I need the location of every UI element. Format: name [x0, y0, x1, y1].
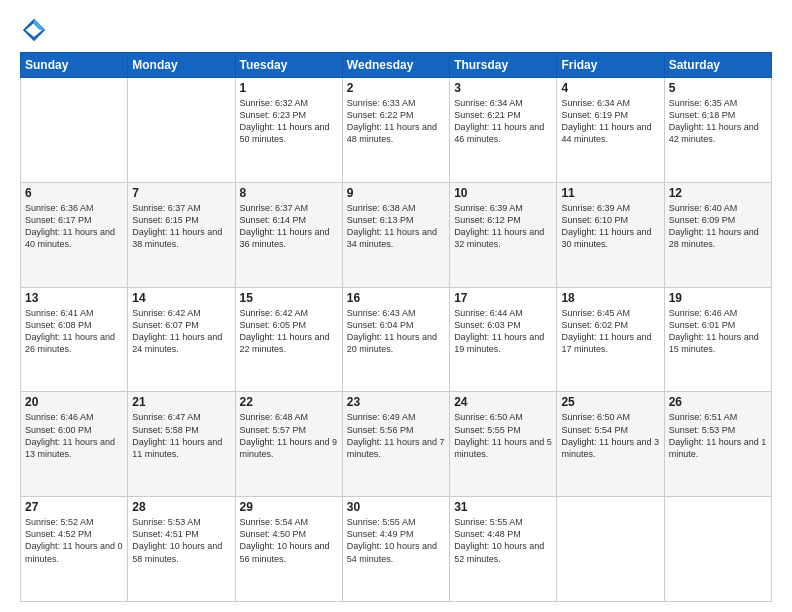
- day-info: Sunrise: 6:37 AM Sunset: 6:14 PM Dayligh…: [240, 202, 338, 251]
- header: [20, 16, 772, 44]
- day-info: Sunrise: 6:46 AM Sunset: 6:00 PM Dayligh…: [25, 411, 123, 460]
- calendar-table: SundayMondayTuesdayWednesdayThursdayFrid…: [20, 52, 772, 602]
- day-info: Sunrise: 6:42 AM Sunset: 6:07 PM Dayligh…: [132, 307, 230, 356]
- calendar-cell: 20Sunrise: 6:46 AM Sunset: 6:00 PM Dayli…: [21, 392, 128, 497]
- calendar-cell: 25Sunrise: 6:50 AM Sunset: 5:54 PM Dayli…: [557, 392, 664, 497]
- calendar-cell: 31Sunrise: 5:55 AM Sunset: 4:48 PM Dayli…: [450, 497, 557, 602]
- calendar-cell: 5Sunrise: 6:35 AM Sunset: 6:18 PM Daylig…: [664, 78, 771, 183]
- calendar-cell: 16Sunrise: 6:43 AM Sunset: 6:04 PM Dayli…: [342, 287, 449, 392]
- day-number: 18: [561, 291, 659, 305]
- day-number: 12: [669, 186, 767, 200]
- logo-icon: [20, 16, 48, 44]
- day-number: 29: [240, 500, 338, 514]
- calendar-cell: 17Sunrise: 6:44 AM Sunset: 6:03 PM Dayli…: [450, 287, 557, 392]
- calendar-cell: 14Sunrise: 6:42 AM Sunset: 6:07 PM Dayli…: [128, 287, 235, 392]
- calendar-cell: 30Sunrise: 5:55 AM Sunset: 4:49 PM Dayli…: [342, 497, 449, 602]
- day-info: Sunrise: 6:35 AM Sunset: 6:18 PM Dayligh…: [669, 97, 767, 146]
- day-number: 26: [669, 395, 767, 409]
- page: SundayMondayTuesdayWednesdayThursdayFrid…: [0, 0, 792, 612]
- day-info: Sunrise: 6:39 AM Sunset: 6:12 PM Dayligh…: [454, 202, 552, 251]
- day-number: 4: [561, 81, 659, 95]
- day-info: Sunrise: 6:36 AM Sunset: 6:17 PM Dayligh…: [25, 202, 123, 251]
- calendar-cell: 18Sunrise: 6:45 AM Sunset: 6:02 PM Dayli…: [557, 287, 664, 392]
- day-number: 20: [25, 395, 123, 409]
- day-info: Sunrise: 6:33 AM Sunset: 6:22 PM Dayligh…: [347, 97, 445, 146]
- day-info: Sunrise: 5:53 AM Sunset: 4:51 PM Dayligh…: [132, 516, 230, 565]
- calendar-header-row: SundayMondayTuesdayWednesdayThursdayFrid…: [21, 53, 772, 78]
- day-number: 10: [454, 186, 552, 200]
- calendar-cell: 4Sunrise: 6:34 AM Sunset: 6:19 PM Daylig…: [557, 78, 664, 183]
- day-number: 5: [669, 81, 767, 95]
- calendar-cell: 3Sunrise: 6:34 AM Sunset: 6:21 PM Daylig…: [450, 78, 557, 183]
- calendar-cell: 1Sunrise: 6:32 AM Sunset: 6:23 PM Daylig…: [235, 78, 342, 183]
- day-info: Sunrise: 6:50 AM Sunset: 5:55 PM Dayligh…: [454, 411, 552, 460]
- day-info: Sunrise: 6:32 AM Sunset: 6:23 PM Dayligh…: [240, 97, 338, 146]
- day-number: 27: [25, 500, 123, 514]
- day-info: Sunrise: 6:41 AM Sunset: 6:08 PM Dayligh…: [25, 307, 123, 356]
- day-info: Sunrise: 6:39 AM Sunset: 6:10 PM Dayligh…: [561, 202, 659, 251]
- day-info: Sunrise: 6:49 AM Sunset: 5:56 PM Dayligh…: [347, 411, 445, 460]
- calendar-cell: 2Sunrise: 6:33 AM Sunset: 6:22 PM Daylig…: [342, 78, 449, 183]
- day-info: Sunrise: 5:55 AM Sunset: 4:49 PM Dayligh…: [347, 516, 445, 565]
- day-number: 14: [132, 291, 230, 305]
- day-number: 23: [347, 395, 445, 409]
- col-header-thursday: Thursday: [450, 53, 557, 78]
- day-info: Sunrise: 6:40 AM Sunset: 6:09 PM Dayligh…: [669, 202, 767, 251]
- col-header-sunday: Sunday: [21, 53, 128, 78]
- calendar-cell: 13Sunrise: 6:41 AM Sunset: 6:08 PM Dayli…: [21, 287, 128, 392]
- calendar-cell: 8Sunrise: 6:37 AM Sunset: 6:14 PM Daylig…: [235, 182, 342, 287]
- calendar-cell: 11Sunrise: 6:39 AM Sunset: 6:10 PM Dayli…: [557, 182, 664, 287]
- col-header-monday: Monday: [128, 53, 235, 78]
- calendar-cell: 19Sunrise: 6:46 AM Sunset: 6:01 PM Dayli…: [664, 287, 771, 392]
- calendar-cell: 7Sunrise: 6:37 AM Sunset: 6:15 PM Daylig…: [128, 182, 235, 287]
- day-number: 25: [561, 395, 659, 409]
- day-number: 9: [347, 186, 445, 200]
- calendar-cell: [128, 78, 235, 183]
- day-number: 15: [240, 291, 338, 305]
- day-number: 31: [454, 500, 552, 514]
- calendar-cell: 15Sunrise: 6:42 AM Sunset: 6:05 PM Dayli…: [235, 287, 342, 392]
- calendar-cell: 26Sunrise: 6:51 AM Sunset: 5:53 PM Dayli…: [664, 392, 771, 497]
- col-header-saturday: Saturday: [664, 53, 771, 78]
- day-info: Sunrise: 5:54 AM Sunset: 4:50 PM Dayligh…: [240, 516, 338, 565]
- day-info: Sunrise: 6:47 AM Sunset: 5:58 PM Dayligh…: [132, 411, 230, 460]
- day-number: 2: [347, 81, 445, 95]
- calendar-cell: [557, 497, 664, 602]
- day-number: 22: [240, 395, 338, 409]
- day-number: 30: [347, 500, 445, 514]
- day-number: 19: [669, 291, 767, 305]
- day-number: 8: [240, 186, 338, 200]
- day-number: 28: [132, 500, 230, 514]
- day-number: 24: [454, 395, 552, 409]
- day-info: Sunrise: 6:50 AM Sunset: 5:54 PM Dayligh…: [561, 411, 659, 460]
- day-info: Sunrise: 6:48 AM Sunset: 5:57 PM Dayligh…: [240, 411, 338, 460]
- calendar-cell: 10Sunrise: 6:39 AM Sunset: 6:12 PM Dayli…: [450, 182, 557, 287]
- week-row-4: 20Sunrise: 6:46 AM Sunset: 6:00 PM Dayli…: [21, 392, 772, 497]
- col-header-tuesday: Tuesday: [235, 53, 342, 78]
- calendar-cell: 29Sunrise: 5:54 AM Sunset: 4:50 PM Dayli…: [235, 497, 342, 602]
- day-info: Sunrise: 6:51 AM Sunset: 5:53 PM Dayligh…: [669, 411, 767, 460]
- day-info: Sunrise: 6:38 AM Sunset: 6:13 PM Dayligh…: [347, 202, 445, 251]
- day-info: Sunrise: 6:34 AM Sunset: 6:19 PM Dayligh…: [561, 97, 659, 146]
- calendar-cell: 12Sunrise: 6:40 AM Sunset: 6:09 PM Dayli…: [664, 182, 771, 287]
- calendar-cell: 23Sunrise: 6:49 AM Sunset: 5:56 PM Dayli…: [342, 392, 449, 497]
- calendar-cell: 27Sunrise: 5:52 AM Sunset: 4:52 PM Dayli…: [21, 497, 128, 602]
- day-info: Sunrise: 6:42 AM Sunset: 6:05 PM Dayligh…: [240, 307, 338, 356]
- day-info: Sunrise: 5:55 AM Sunset: 4:48 PM Dayligh…: [454, 516, 552, 565]
- week-row-1: 1Sunrise: 6:32 AM Sunset: 6:23 PM Daylig…: [21, 78, 772, 183]
- logo: [20, 16, 52, 44]
- day-number: 11: [561, 186, 659, 200]
- day-info: Sunrise: 5:52 AM Sunset: 4:52 PM Dayligh…: [25, 516, 123, 565]
- col-header-wednesday: Wednesday: [342, 53, 449, 78]
- day-info: Sunrise: 6:34 AM Sunset: 6:21 PM Dayligh…: [454, 97, 552, 146]
- day-number: 13: [25, 291, 123, 305]
- day-info: Sunrise: 6:44 AM Sunset: 6:03 PM Dayligh…: [454, 307, 552, 356]
- col-header-friday: Friday: [557, 53, 664, 78]
- day-number: 1: [240, 81, 338, 95]
- day-number: 6: [25, 186, 123, 200]
- day-number: 16: [347, 291, 445, 305]
- day-number: 3: [454, 81, 552, 95]
- calendar-cell: 22Sunrise: 6:48 AM Sunset: 5:57 PM Dayli…: [235, 392, 342, 497]
- calendar-cell: 28Sunrise: 5:53 AM Sunset: 4:51 PM Dayli…: [128, 497, 235, 602]
- calendar-cell: 21Sunrise: 6:47 AM Sunset: 5:58 PM Dayli…: [128, 392, 235, 497]
